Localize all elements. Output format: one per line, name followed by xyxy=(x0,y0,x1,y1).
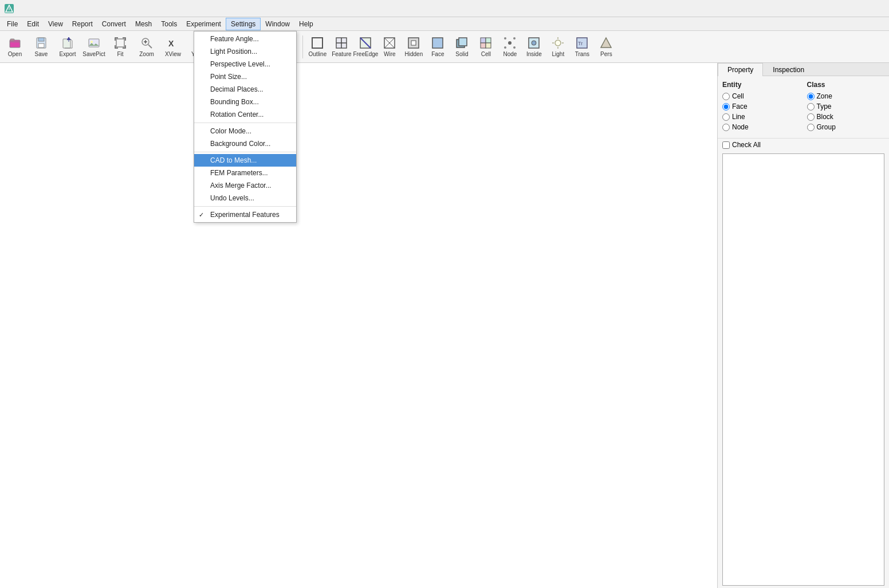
svg-rect-31 xyxy=(481,38,486,43)
toolbar: OpenSaveExportSavePictFitZoomXXViewYYVie… xyxy=(0,31,889,63)
hidden-icon xyxy=(407,36,420,50)
menu-item-report[interactable]: Report xyxy=(68,18,97,30)
undo_levels-label: Undo Levels... xyxy=(210,194,254,202)
open-icon xyxy=(8,36,22,50)
check-all-row: Check All xyxy=(718,138,889,151)
toolbar-separator-2 xyxy=(302,35,303,58)
svg-rect-6 xyxy=(38,44,44,48)
decimal_places-label: Decimal Places... xyxy=(210,85,263,93)
menu-item-convert[interactable]: Convert xyxy=(97,18,131,30)
class-type[interactable]: Type xyxy=(807,102,885,111)
experimental_features-check: ✓ xyxy=(199,211,204,219)
view-btn-hidden[interactable]: Hidden xyxy=(402,33,425,61)
toolbar-btn-xview[interactable]: XXView xyxy=(160,33,186,61)
svg-marker-49 xyxy=(601,38,611,48)
view-btn-trans[interactable]: TrTrans xyxy=(571,33,593,61)
export-icon xyxy=(61,36,74,50)
settings-menu-perspective_level[interactable]: Perspective Level... xyxy=(194,58,296,70)
menu-item-window[interactable]: Window xyxy=(261,18,294,30)
savepict-label: SavePict xyxy=(82,51,105,57)
menu-item-edit[interactable]: Edit xyxy=(22,18,44,30)
toolbar-btn-fit[interactable]: Fit xyxy=(108,33,133,61)
view-btn-inside[interactable]: Inside xyxy=(522,33,545,61)
menu-item-mesh[interactable]: Mesh xyxy=(131,18,156,30)
view-btn-freeedge[interactable]: FreeEdge xyxy=(354,33,377,61)
menu-item-view[interactable]: View xyxy=(44,18,68,30)
settings-menu-light_position[interactable]: Light Position... xyxy=(194,45,296,58)
entity-cell[interactable]: Cell xyxy=(722,92,800,100)
view-btn-solid[interactable]: Solid xyxy=(450,33,473,61)
entity-node[interactable]: Node xyxy=(722,123,800,131)
menu-item-tools[interactable]: Tools xyxy=(156,18,182,30)
background_color-label: Background Color... xyxy=(210,140,270,148)
save-icon xyxy=(34,36,48,50)
property-panel: Entity Cell Face Line Node Class Zone Ty… xyxy=(718,76,889,138)
light_position-label: Light Position... xyxy=(210,48,257,56)
view-btn-face[interactable]: Face xyxy=(426,33,449,61)
svg-text:Tr: Tr xyxy=(578,41,583,46)
settings-menu-bounding_box[interactable]: Bounding Box... xyxy=(194,96,296,108)
check-all-checkbox[interactable] xyxy=(722,141,730,149)
inside-icon xyxy=(527,36,541,50)
tab-inspection[interactable]: Inspection xyxy=(763,63,814,76)
class-group[interactable]: Group xyxy=(807,123,885,131)
view-btn-outline[interactable]: Outline xyxy=(306,33,329,61)
settings-menu-axis_merge_factor[interactable]: Axis Merge Factor... xyxy=(194,179,296,192)
svg-rect-3 xyxy=(10,39,14,41)
class-zone[interactable]: Zone xyxy=(807,92,885,100)
entity-line[interactable]: Line xyxy=(722,113,800,121)
toolbar-btn-savepict[interactable]: SavePict xyxy=(81,33,107,61)
toolbar-btn-export[interactable]: Export xyxy=(55,33,80,61)
wire-icon xyxy=(383,36,396,50)
list-box[interactable] xyxy=(722,153,884,586)
canvas-area[interactable] xyxy=(0,63,717,588)
toolbar-btn-save[interactable]: Save xyxy=(29,33,54,61)
close-button[interactable] xyxy=(867,3,884,14)
view-btn-feature[interactable]: Feature xyxy=(330,33,353,61)
main-layout: Property Inspection Entity Cell Face Lin… xyxy=(0,63,889,588)
open-label: Open xyxy=(8,51,22,57)
view-btn-node[interactable]: Node xyxy=(498,33,521,61)
settings-menu-rotation_center[interactable]: Rotation Center... xyxy=(194,108,296,121)
view-btn-wire[interactable]: Wire xyxy=(378,33,401,61)
svg-rect-33 xyxy=(481,43,486,48)
menu-item-help[interactable]: Help xyxy=(294,18,318,30)
minimize-button[interactable] xyxy=(831,3,848,14)
settings-menu-experimental_features[interactable]: ✓Experimental Features xyxy=(194,208,296,221)
check-all-label: Check All xyxy=(732,141,761,149)
settings-menu-background_color[interactable]: Background Color... xyxy=(194,137,296,150)
settings-menu-fem_parameters[interactable]: FEM Parameters... xyxy=(194,167,296,179)
toolbar-btn-open[interactable]: Open xyxy=(2,33,27,61)
settings-menu-feature_angle[interactable]: Feature Angle... xyxy=(194,33,296,45)
settings-menu-undo_levels[interactable]: Undo Levels... xyxy=(194,192,296,204)
svg-point-37 xyxy=(513,37,516,40)
settings-menu-decimal_places[interactable]: Decimal Places... xyxy=(194,83,296,96)
toolbar-btn-zoom[interactable]: Zoom xyxy=(134,33,159,61)
bounding_box-label: Bounding Box... xyxy=(210,98,259,106)
class-block[interactable]: Block xyxy=(807,113,885,121)
fit-label: Fit xyxy=(117,51,123,57)
view-btn-light[interactable]: Light xyxy=(546,33,569,61)
svg-rect-10 xyxy=(116,39,124,47)
menu-divider xyxy=(194,123,296,123)
feature-label: Feature xyxy=(332,51,351,57)
menu-item-experiment[interactable]: Experiment xyxy=(182,18,226,30)
menu-item-file[interactable]: File xyxy=(2,18,22,30)
settings-menu-color_mode[interactable]: Color Mode... xyxy=(194,125,296,137)
view-btn-cell[interactable]: Cell xyxy=(474,33,497,61)
settings-menu-cad_to_mesh[interactable]: CAD to Mesh... xyxy=(194,154,296,167)
menu-divider xyxy=(194,152,296,152)
experimental_features-label: Experimental Features xyxy=(210,211,280,219)
entity-face[interactable]: Face xyxy=(722,102,800,111)
menu-item-settings[interactable]: Settings xyxy=(226,18,261,30)
node-label: Node xyxy=(503,51,517,57)
outline-icon xyxy=(310,36,324,50)
view-btn-pers[interactable]: Pers xyxy=(595,33,617,61)
svg-point-39 xyxy=(513,46,516,49)
class-title: Class xyxy=(807,81,885,89)
svg-point-42 xyxy=(555,40,561,46)
maximize-button[interactable] xyxy=(849,3,866,14)
settings-menu-point_size[interactable]: Point Size... xyxy=(194,70,296,83)
svg-point-36 xyxy=(504,37,506,40)
tab-property[interactable]: Property xyxy=(718,63,763,76)
